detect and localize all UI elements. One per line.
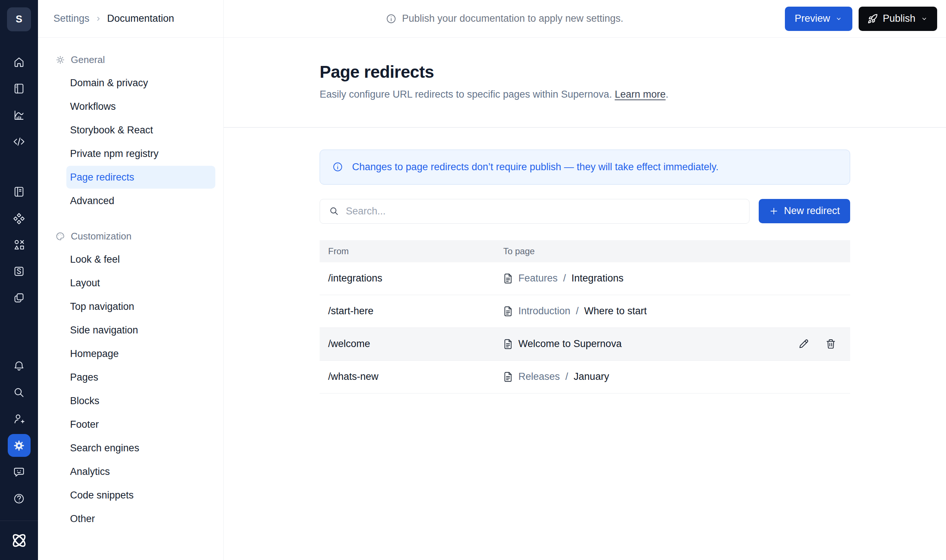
breadcrumb-documentation: Documentation	[107, 13, 174, 24]
chevron-right-icon	[95, 15, 102, 23]
redirect-target-group: Introduction	[518, 305, 570, 317]
info-banner-text: Changes to page redirects don’t require …	[352, 162, 718, 173]
document-icon	[503, 371, 513, 382]
breadcrumb: Settings Documentation	[38, 0, 223, 38]
edit-redirect-button[interactable]	[797, 338, 810, 350]
sidebar-item-side-navigation[interactable]: Side navigation	[66, 319, 215, 342]
assets-rail-button[interactable]	[11, 237, 27, 253]
storybook-icon	[13, 265, 25, 277]
palette-icon	[55, 231, 65, 241]
learn-more-link[interactable]: Learn more	[615, 89, 666, 100]
info-icon	[332, 162, 343, 172]
search-rail-button[interactable]	[11, 384, 27, 400]
sidebar-item-storybook-and-react[interactable]: Storybook & React	[66, 118, 215, 142]
home-icon	[13, 56, 25, 68]
sidebar-item-private-npm-registry[interactable]: Private npm registry	[66, 142, 215, 165]
column-to-page: To page	[503, 246, 850, 257]
sidebar-item-top-navigation[interactable]: Top navigation	[66, 295, 215, 318]
search-input[interactable]	[345, 205, 749, 217]
sidebar-section-customization: Customization	[38, 225, 223, 248]
search-icon	[329, 206, 339, 216]
sidebar-item-workflows[interactable]: Workflows	[66, 95, 215, 118]
redirects-table: From To page /integrationsFeatures/Integ…	[320, 240, 850, 394]
user-plus-icon	[13, 413, 25, 425]
info-banner: Changes to page redirects don’t require …	[320, 149, 850, 185]
sidebar-item-domain-and-privacy[interactable]: Domain & privacy	[66, 71, 215, 94]
duplicate-icon	[13, 292, 25, 304]
analytics-icon	[13, 109, 25, 121]
components-icon	[13, 212, 25, 225]
sidebar-item-other[interactable]: Other	[66, 507, 215, 530]
analytics-rail-button[interactable]	[11, 107, 27, 123]
column-from: From	[320, 246, 503, 257]
publish-notice: Publish your documentation to apply new …	[224, 13, 785, 24]
help-rail-button[interactable]	[11, 490, 27, 506]
publish-button[interactable]: Publish	[859, 7, 937, 31]
redirect-target-page: Integrations	[572, 272, 623, 284]
redirect-target-page: Welcome to Supernova	[518, 338, 622, 350]
components-rail-button[interactable]	[11, 210, 27, 226]
feedback-rail-button[interactable]	[11, 464, 27, 480]
sidebar-item-layout[interactable]: Layout	[66, 272, 215, 294]
home-rail-button[interactable]	[11, 54, 27, 70]
topbar: Publish your documentation to apply new …	[224, 0, 946, 38]
sidebar-item-blocks[interactable]: Blocks	[66, 389, 215, 412]
workspace-avatar[interactable]: S	[7, 8, 31, 31]
sidebar-item-pages[interactable]: Pages	[66, 366, 215, 389]
sidebar-item-search-engines[interactable]: Search engines	[66, 437, 215, 459]
path-separator: /	[563, 272, 566, 284]
rocket-icon	[867, 14, 878, 24]
sidebar-item-advanced[interactable]: Advanced	[66, 189, 215, 212]
page-header: Page redirects Easily configure URL redi…	[224, 38, 946, 127]
toolbar: New redirect	[320, 199, 850, 224]
settings-nav: GeneralDomain & privacyWorkflowsStoryboo…	[38, 38, 223, 530]
table-row-whats-new[interactable]: /whats-newReleases/January	[320, 361, 850, 394]
duplicate-rail-button[interactable]	[11, 289, 27, 306]
table-row-start-here[interactable]: /start-hereIntroduction/Where to start	[320, 295, 850, 328]
supernova-home-button[interactable]	[0, 521, 38, 560]
page-content: Changes to page redirects don’t require …	[224, 149, 946, 394]
code-icon	[13, 135, 25, 148]
chevron-down-icon	[920, 15, 928, 23]
sidebar-item-page-redirects[interactable]: Page redirects	[66, 166, 215, 189]
notebook-rail-button[interactable]	[11, 183, 27, 200]
app-root: S Settings Documentation GeneralDomain &…	[0, 0, 946, 560]
search-box	[320, 199, 749, 224]
sidebar-item-analytics[interactable]: Analytics	[66, 460, 215, 483]
page-title: Page redirects	[320, 62, 946, 82]
redirect-from: /start-here	[320, 305, 503, 317]
bell-rail-button[interactable]	[11, 358, 27, 374]
user-plus-rail-button[interactable]	[11, 411, 27, 427]
help-icon	[13, 492, 25, 505]
sidebar-item-footer[interactable]: Footer	[66, 413, 215, 436]
path-separator: /	[576, 305, 579, 317]
code-rail-button[interactable]	[11, 133, 27, 149]
supernova-logo-icon	[9, 530, 29, 551]
row-actions	[797, 338, 850, 350]
settings-rail-button[interactable]	[8, 434, 31, 457]
notebook-icon	[13, 186, 25, 198]
main-panel: Publish your documentation to apply new …	[224, 0, 946, 560]
plus-icon	[769, 206, 779, 216]
table-row-welcome[interactable]: /welcomeWelcome to Supernova	[320, 328, 850, 361]
section-divider	[224, 127, 946, 128]
sidebar-section-label: Customization	[71, 231, 132, 242]
sidebar-item-code-snippets[interactable]: Code snippets	[66, 484, 215, 506]
sidebar-item-look-and-feel[interactable]: Look & feel	[66, 248, 215, 271]
table-header: From To page	[320, 240, 850, 262]
docs-rail-button[interactable]	[11, 80, 27, 97]
pencil-icon	[798, 338, 809, 350]
redirect-from: /integrations	[320, 272, 503, 284]
sidebar-item-homepage[interactable]: Homepage	[66, 342, 215, 365]
settings-sidebar: Settings Documentation GeneralDomain & p…	[38, 0, 224, 560]
redirect-target-page: Where to start	[584, 305, 647, 317]
new-redirect-button[interactable]: New redirect	[759, 199, 850, 223]
settings-icon	[13, 440, 25, 452]
path-separator: /	[565, 371, 569, 382]
table-row-integrations[interactable]: /integrationsFeatures/Integrations	[320, 262, 850, 295]
gear-outline-icon	[55, 55, 65, 65]
breadcrumb-settings[interactable]: Settings	[54, 13, 89, 24]
delete-redirect-button[interactable]	[824, 338, 837, 350]
preview-button[interactable]: Preview	[785, 7, 852, 31]
storybook-rail-button[interactable]	[11, 263, 27, 279]
